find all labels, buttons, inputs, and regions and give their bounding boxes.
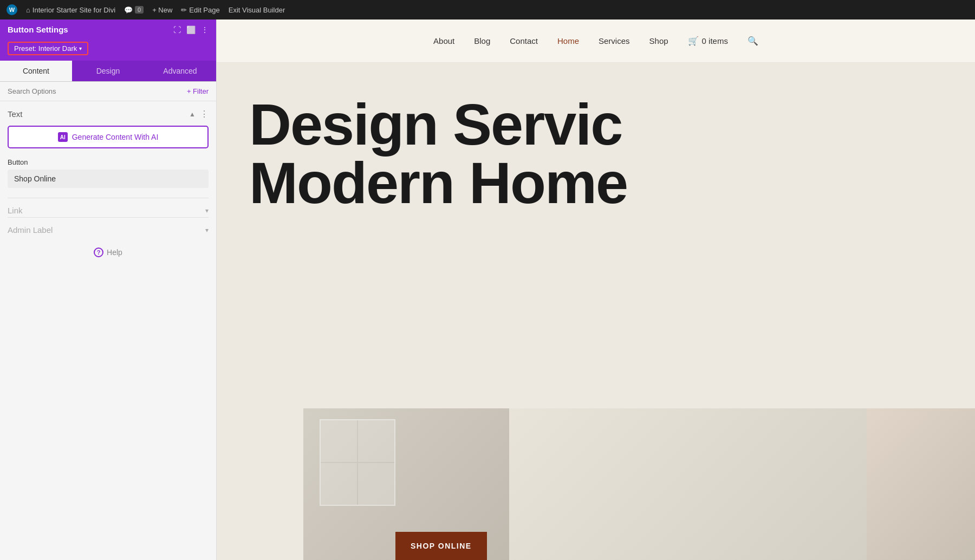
main-layout: Button Settings ⛶ ⬜ ⋮ Preset: Interior D… [0, 19, 975, 560]
preset-arrow-icon: ▾ [79, 45, 82, 51]
gallery-image-1: SHOP ONLINE [303, 408, 509, 560]
link-section-title: Link [8, 206, 23, 215]
site-navigation: About Blog Contact Home Services Shop 🛒 … [217, 19, 975, 63]
image-gallery: SHOP ONLINE [303, 408, 975, 560]
window-decoration [320, 419, 395, 506]
tab-advanced[interactable]: Advanced [144, 61, 216, 81]
preset-label: Preset: Interior Dark [14, 44, 77, 53]
new-button[interactable]: + New [152, 6, 172, 14]
section-more-icon[interactable]: ⋮ [200, 109, 209, 119]
hero-heading: Design Servic Modern Home [249, 95, 942, 212]
hero-line1: Design Servic [249, 95, 942, 154]
cart-icon: 🛒 [688, 36, 699, 46]
button-text-input[interactable] [8, 170, 209, 188]
site-name-link[interactable]: ⌂ Interior Starter Site for Divi [26, 6, 115, 14]
nav-item-shop[interactable]: Shop [649, 36, 668, 45]
ai-generate-button[interactable]: AI Generate Content With AI [8, 126, 209, 148]
nav-item-home[interactable]: Home [557, 36, 579, 45]
help-icon: ? [94, 248, 103, 257]
filter-button[interactable]: + Filter [187, 87, 209, 95]
admin-label-chevron-icon: ▾ [205, 226, 209, 234]
ai-button-label: Generate Content With AI [72, 133, 159, 141]
site-preview: About Blog Contact Home Services Shop 🛒 … [217, 19, 975, 560]
dashicon-home-icon: ⌂ [26, 6, 30, 14]
edit-page-link[interactable]: ✏ Edit Page [181, 6, 219, 14]
fullscreen-icon[interactable]: ⛶ [173, 25, 181, 34]
exit-builder-button[interactable]: Exit Visual Builder [229, 6, 285, 14]
panel-title: Button Settings [8, 25, 68, 34]
link-section-header[interactable]: Link ▾ [8, 206, 209, 215]
nav-item-blog[interactable]: Blog [474, 36, 490, 45]
admin-bar: W ⌂ Interior Starter Site for Divi 💬 0 +… [0, 0, 975, 19]
section-controls: ▲ ⋮ [189, 109, 209, 119]
admin-label-section: Admin Label ▾ [8, 217, 209, 235]
hero-line2: Modern Home [249, 154, 942, 212]
admin-label-section-header[interactable]: Admin Label ▾ [8, 225, 209, 235]
link-section: Link ▾ [8, 198, 209, 215]
nav-item-contact[interactable]: Contact [510, 36, 538, 45]
search-icon[interactable]: 🔍 [748, 36, 758, 46]
panel-header-icons: ⛶ ⬜ ⋮ [173, 25, 209, 34]
tab-content[interactable]: Content [0, 61, 72, 81]
panel-header: Button Settings ⛶ ⬜ ⋮ [0, 19, 216, 40]
preset-bar: Preset: Interior Dark ▾ [0, 40, 216, 61]
search-bar: + Filter [0, 82, 216, 101]
ai-icon: AI [58, 132, 68, 142]
gallery-image-3 [867, 408, 975, 560]
search-input[interactable] [8, 87, 183, 95]
button-field-label: Button [8, 158, 209, 166]
help-label: Help [107, 248, 122, 257]
split-view-icon[interactable]: ⬜ [186, 25, 196, 34]
settings-panel: Button Settings ⛶ ⬜ ⋮ Preset: Interior D… [0, 19, 217, 560]
settings-tabs: Content Design Advanced [0, 61, 216, 82]
link-chevron-icon: ▾ [205, 207, 209, 214]
panel-content: Text ▲ ⋮ AI Generate Content With AI But… [0, 101, 216, 560]
more-options-icon[interactable]: ⋮ [201, 25, 209, 34]
preset-selector[interactable]: Preset: Interior Dark ▾ [8, 42, 88, 55]
shop-online-preview-button[interactable]: SHOP ONLINE [395, 532, 487, 560]
cart-count: 0 items [702, 36, 728, 45]
nav-item-about[interactable]: About [433, 36, 454, 45]
admin-label-title: Admin Label [8, 225, 53, 235]
cart-link[interactable]: 🛒 0 items [688, 36, 728, 46]
comments-link[interactable]: 💬 0 [124, 6, 144, 14]
help-section[interactable]: ? Help [8, 237, 209, 268]
nav-items: About Blog Contact Home Services Shop 🛒 … [433, 36, 758, 46]
pencil-icon: ✏ [181, 6, 187, 14]
gallery-image-2 [509, 408, 867, 560]
text-section-title: Text [8, 109, 23, 119]
collapse-icon[interactable]: ▲ [189, 110, 196, 118]
nav-item-services[interactable]: Services [599, 36, 630, 45]
text-section-header: Text ▲ ⋮ [8, 109, 209, 119]
site-content-area: Design Servic Modern Home SHOP ONLINE [217, 63, 975, 560]
comment-icon: 💬 [124, 6, 133, 14]
wordpress-icon[interactable]: W [6, 4, 17, 15]
tab-design[interactable]: Design [72, 61, 144, 81]
